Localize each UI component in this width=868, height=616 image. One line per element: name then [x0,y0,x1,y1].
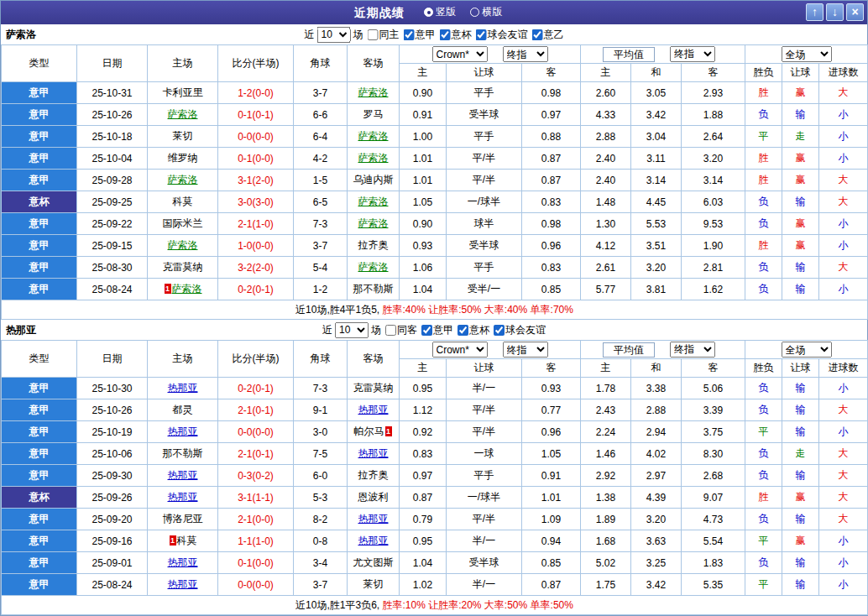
match-score: 1-2(0-0) [218,82,294,104]
away-team-name[interactable]: 萨索洛 [358,217,389,229]
result-goals: 大 [819,170,868,191]
league-type: 意甲 [2,170,77,191]
away-team: 罗马 [348,104,400,126]
scope-select[interactable]: 全场 [782,342,832,358]
corner-score: 0-8 [294,530,348,552]
home-team-name[interactable]: 热那亚 [168,491,198,503]
match-date: 25-09-20 [77,509,148,530]
filter-checkbox-3[interactable]: 球会友谊 [476,28,528,42]
scope-select[interactable]: 全场 [782,46,832,62]
average-final-select[interactable]: 终指 [670,342,715,358]
home-team-name[interactable]: 热那亚 [168,578,198,590]
checkbox-input[interactable] [476,29,487,40]
down-arrow-icon: ↓ [832,5,838,18]
avg-home: 1.75 [581,574,631,596]
away-team-name[interactable]: 热那亚 [358,535,389,546]
col-header-away: 客场 [348,45,400,82]
match-row: 意杯25-09-25科莫3-0(3-0)6-5萨索洛1.05一/球半0.831.… [2,191,868,213]
avg-draw: 3.20 [631,509,682,530]
games-label: 场 [353,28,363,42]
average-final-select[interactable]: 终指 [670,46,715,62]
home-team-name: 维罗纳 [168,152,198,164]
handicap-line: 平/半 [447,170,522,191]
games-label: 场 [371,323,381,337]
home-team-name[interactable]: 热那亚 [168,382,198,394]
odds-home: 0.95 [400,530,447,552]
filter-checkbox-2[interactable]: 意杯 [458,323,489,337]
avg-away: 3.14 [682,170,745,191]
home-team-name[interactable]: 热那亚 [168,556,198,568]
away-team: 帕尔马1 [348,421,400,443]
average-label[interactable]: 平均值 [603,47,655,62]
move-down-button[interactable]: ↓ [826,3,844,21]
home-team-name[interactable]: 萨索洛 [168,239,198,251]
filter-checkbox-2[interactable]: 意杯 [440,28,472,42]
move-up-button[interactable]: ↑ [806,3,824,21]
match-date: 25-09-16 [77,530,148,552]
result-win-lose: 负 [745,552,782,574]
checkbox-input[interactable] [458,325,468,336]
away-team: 萨索洛 [348,213,400,235]
away-team-name[interactable]: 萨索洛 [358,196,389,207]
results-table: 类型日期主场比分(半场)角球客场Crown*终指平均值终指全场主让球客主和客胜负… [1,44,868,320]
avg-away: 8.30 [682,443,745,465]
result-win-lose: 负 [745,399,782,421]
match-count-select[interactable]: 10 [335,322,369,338]
close-button[interactable]: × [846,3,864,21]
final-odds-select[interactable]: 终指 [503,342,548,358]
avg-draw: 4.02 [631,443,682,465]
match-score: 0-1(0-0) [218,148,294,170]
radio-vertical-label: 竖版 [436,5,456,19]
checkbox-input[interactable] [368,29,379,40]
handicap-line: 平手 [447,126,522,148]
filter-checkbox-1[interactable]: 意甲 [404,28,436,42]
match-score: 3-2(2-0) [218,257,294,279]
col-header-score: 比分(半场) [218,341,294,378]
filter-checkbox-0[interactable]: 同主 [368,28,400,42]
home-team-name[interactable]: 萨索洛 [172,283,202,295]
away-team-name[interactable]: 萨索洛 [358,152,389,164]
filter-checkbox-3[interactable]: 球会友谊 [494,323,546,337]
home-team: 都灵 [148,399,218,421]
league-type: 意甲 [2,443,77,465]
checkbox-input[interactable] [404,29,415,40]
checkbox-input[interactable] [440,29,451,40]
handicap-line: 一/球半 [447,487,522,509]
filter-controls: 近10场同客意甲意杯球会友谊 [322,322,546,338]
bookmaker-select[interactable]: Crown* [432,46,488,62]
filter-checkbox-1[interactable]: 意甲 [421,323,453,337]
bookmaker-select[interactable]: Crown* [432,342,488,358]
checkbox-input[interactable] [421,325,432,336]
average-label[interactable]: 平均值 [603,342,655,358]
home-team-name[interactable]: 热那亚 [168,425,198,437]
home-team-name[interactable]: 萨索洛 [168,174,198,185]
layout-radio-horizontal[interactable]: 横版 [470,5,502,19]
result-win-lose: 胜 [745,170,782,191]
filter-checkbox-0[interactable]: 同客 [385,323,417,337]
avg-away: 3.39 [682,399,745,421]
match-count-select[interactable]: 10 [317,27,351,43]
away-team-name[interactable]: 萨索洛 [358,130,389,142]
home-team: 1科莫 [148,530,218,552]
final-odds-select[interactable]: 终指 [503,46,548,62]
checkbox-input[interactable] [494,325,505,336]
match-score: 0-1(0-0) [218,552,294,574]
home-team: 卡利亚里 [148,82,218,104]
layout-radio-vertical[interactable]: 竖版 [424,5,456,19]
checkbox-input[interactable] [532,29,543,40]
result-handicap: 赢 [782,148,819,170]
home-team-name[interactable]: 热那亚 [168,469,198,481]
result-goals: 大 [819,465,868,487]
away-team-name[interactable]: 萨索洛 [358,86,389,98]
filter-checkbox-4[interactable]: 意乙 [532,28,564,42]
away-team: 萨索洛 [348,148,400,170]
checkbox-input[interactable] [385,325,396,336]
away-team-name[interactable]: 热那亚 [358,447,389,459]
away-team-name[interactable]: 热那亚 [358,513,389,525]
away-team-name: 那不勒斯 [353,283,394,295]
home-team-name[interactable]: 萨索洛 [168,108,198,120]
away-team-name[interactable]: 萨索洛 [358,261,389,273]
odds-home: 1.05 [400,191,447,213]
away-team-name: 恩波利 [358,491,389,503]
away-team-name[interactable]: 热那亚 [358,404,389,415]
